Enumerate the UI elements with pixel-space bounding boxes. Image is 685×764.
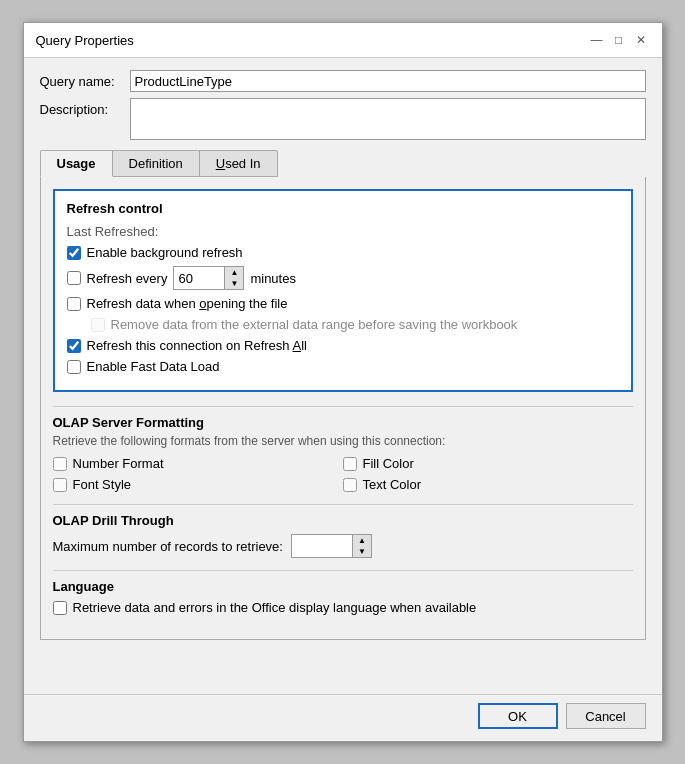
fill-color-checkbox[interactable] [343, 457, 357, 471]
query-name-label: Query name: [40, 74, 130, 89]
olap-drill-section: OLAP Drill Through Maximum number of rec… [53, 513, 633, 558]
refresh-every-unit: minutes [250, 271, 296, 286]
fast-load-label: Enable Fast Data Load [87, 359, 220, 374]
text-color-label: Text Color [363, 477, 422, 492]
cancel-button[interactable]: Cancel [566, 703, 646, 729]
query-name-input[interactable] [130, 70, 646, 92]
language-title: Language [53, 579, 633, 594]
spinner-buttons: ▲ ▼ [224, 267, 243, 289]
tab-content-usage: Refresh control Last Refreshed: Enable b… [40, 177, 646, 640]
enable-bg-refresh-row: Enable background refresh [67, 245, 619, 260]
tab-definition[interactable]: Definition [112, 150, 200, 177]
description-input[interactable] [130, 98, 646, 140]
font-style-label: Font Style [73, 477, 132, 492]
refresh-every-label: Refresh every [87, 271, 168, 286]
drill-spinner-up-button[interactable]: ▲ [353, 535, 371, 546]
refresh-all-checkbox[interactable] [67, 339, 81, 353]
max-records-spinner: ▲ ▼ [291, 534, 372, 558]
number-format-row: Number Format [53, 456, 343, 471]
tab-usedin[interactable]: Used In [199, 150, 278, 177]
retrieve-language-checkbox[interactable] [53, 601, 67, 615]
refresh-on-open-label: Refresh data when opening the file [87, 296, 288, 311]
refresh-every-input[interactable] [174, 267, 224, 289]
description-row: Description: [40, 98, 646, 140]
font-style-row: Font Style [53, 477, 343, 492]
refresh-control-title: Refresh control [67, 201, 619, 216]
fast-load-checkbox[interactable] [67, 360, 81, 374]
retrieve-language-row: Retrieve data and errors in the Office d… [53, 600, 633, 615]
olap-formatting-title: OLAP Server Formatting [53, 415, 633, 430]
number-format-checkbox[interactable] [53, 457, 67, 471]
refresh-every-checkbox[interactable] [67, 271, 81, 285]
minimize-button[interactable]: — [588, 31, 606, 49]
close-button[interactable]: ✕ [632, 31, 650, 49]
refresh-all-label: Refresh this connection on Refresh All [87, 338, 307, 353]
remove-data-label: Remove data from the external data range… [111, 317, 518, 332]
query-properties-dialog: Query Properties — □ ✕ Query name: Descr… [23, 22, 663, 742]
tabs-bar: Usage Definition Used In [40, 150, 646, 177]
ok-button[interactable]: OK [478, 703, 558, 729]
enable-bg-refresh-label: Enable background refresh [87, 245, 243, 260]
language-section: Language Retrieve data and errors in the… [53, 579, 633, 615]
dialog-footer: OK Cancel [24, 694, 662, 741]
text-color-row: Text Color [343, 477, 633, 492]
dialog-body: Query name: Description: Usage Definitio… [24, 58, 662, 694]
query-name-row: Query name: [40, 70, 646, 92]
drill-spinner-buttons: ▲ ▼ [352, 535, 371, 557]
maximize-button[interactable]: □ [610, 31, 628, 49]
refresh-on-open-checkbox[interactable] [67, 297, 81, 311]
spinner-up-button[interactable]: ▲ [225, 267, 243, 278]
drill-spinner-down-button[interactable]: ▼ [353, 546, 371, 557]
last-refreshed-label: Last Refreshed: [67, 224, 619, 239]
remove-data-checkbox[interactable] [91, 318, 105, 332]
title-bar-controls: — □ ✕ [588, 31, 650, 49]
olap-formatting-separator [53, 406, 633, 407]
refresh-control-section: Refresh control Last Refreshed: Enable b… [53, 189, 633, 392]
max-records-label: Maximum number of records to retrieve: [53, 539, 283, 554]
title-bar: Query Properties — □ ✕ [24, 23, 662, 58]
drill-row: Maximum number of records to retrieve: ▲… [53, 534, 633, 558]
language-separator [53, 570, 633, 571]
olap-checkboxes-grid: Number Format Fill Color Font Style Text… [53, 456, 633, 492]
fill-color-label: Fill Color [363, 456, 414, 471]
number-format-label: Number Format [73, 456, 164, 471]
retrieve-language-label: Retrieve data and errors in the Office d… [73, 600, 477, 615]
enable-bg-refresh-checkbox[interactable] [67, 246, 81, 260]
dialog-title: Query Properties [36, 33, 134, 48]
refresh-every-row: Refresh every ▲ ▼ minutes [67, 266, 619, 290]
text-color-checkbox[interactable] [343, 478, 357, 492]
olap-formatting-section: OLAP Server Formatting Retrieve the foll… [53, 415, 633, 492]
remove-data-row: Remove data from the external data range… [91, 317, 619, 332]
olap-formatting-desc: Retrieve the following formats from the … [53, 434, 633, 448]
drill-title: OLAP Drill Through [53, 513, 633, 528]
max-records-input[interactable] [292, 535, 352, 557]
spinner-down-button[interactable]: ▼ [225, 278, 243, 289]
fill-color-row: Fill Color [343, 456, 633, 471]
font-style-checkbox[interactable] [53, 478, 67, 492]
description-label: Description: [40, 98, 130, 117]
refresh-on-open-row: Refresh data when opening the file [67, 296, 619, 311]
refresh-all-row: Refresh this connection on Refresh All [67, 338, 619, 353]
drill-separator [53, 504, 633, 505]
tab-usage[interactable]: Usage [40, 150, 113, 177]
fast-load-row: Enable Fast Data Load [67, 359, 619, 374]
refresh-every-spinner: ▲ ▼ [173, 266, 244, 290]
